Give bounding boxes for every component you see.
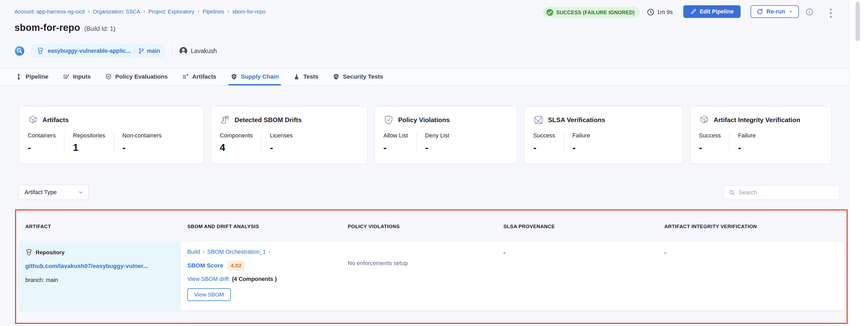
search-icon [729,189,735,196]
artifacts-list-icon [182,73,189,80]
view-sbom-drift-link[interactable]: View SBOM drift [187,276,229,283]
svg-text:</>: </> [39,50,42,52]
tab-artifacts[interactable]: Artifacts [182,68,216,85]
edit-pipeline-button[interactable]: Edit Pipeline [683,5,741,18]
metric-components: Components 4 [220,132,261,153]
policy-violations-cell: No enforcements setup [341,241,497,311]
sbom-path-orchestration-link[interactable]: SBOM Orchestration_1 [207,249,266,255]
artifact-repo-link[interactable]: github.com/lavakush07/easybuggy-vulner..… [25,263,175,269]
rerun-label: Re-run [767,8,785,15]
drift-components-count: (4 Components ) [232,276,277,283]
artifacts-table-header: ARTIFACT SBOM AND DRIFT ANALYSIS POLICY … [19,224,844,229]
col-artifact-integrity: ARTIFACT INTEGRITY VERIFICATION [658,224,844,229]
execution-tabbar: Pipeline Inputs Policy Evaluations Artif… [0,68,849,86]
scrollbar-track[interactable] [849,0,868,326]
sbom-score-link[interactable]: SBOM Score [187,262,223,269]
metric-licenses: Licenses - [261,132,301,153]
breadcrumb-project[interactable]: Project: Exploratory [148,9,194,15]
search-box [724,185,840,200]
artifact-type-label: Repository [36,249,65,256]
tab-label: Inputs [73,73,91,80]
sbom-pipeline-path: Build › SBOM Orchestration_1 › [187,249,335,255]
metric-deny-list: Deny List - [416,132,458,153]
search-input[interactable] [739,189,835,196]
cube-icon [699,115,709,125]
breadcrumb-pipeline-name[interactable]: sbom-for-repo [232,9,266,15]
info-icon[interactable] [805,8,813,16]
metric-integrity-failure: Failure - [729,132,764,153]
tab-tests[interactable]: Tests [293,68,318,85]
chevron-right-icon: › [203,249,205,255]
slsa-provenance-cell: - [497,241,658,311]
svg-text:</>: </> [27,251,30,254]
chevron-down-icon [78,189,84,195]
supply-chain-shield-icon [230,73,238,80]
card-artifacts: Artifacts Containers - Repositories 1 No… [19,106,204,164]
metric-repositories: Repositories 1 [64,132,114,153]
metric-non-containers: Non-containers - [114,132,170,153]
tab-label: Security Tests [343,73,383,80]
clock-icon [647,8,654,16]
metric-integrity-success: Success - [699,132,729,153]
card-policy-violations: Policy Violations Allow List - Deny List… [375,106,517,164]
tab-pipeline[interactable]: Pipeline [15,68,48,85]
col-slsa-provenance: SLSA PROVENANCE [497,224,658,229]
rerun-button[interactable]: Re-run [751,5,799,18]
execution-meta-row: </> easybuggy-vulnerable-applic... main … [14,44,217,58]
kebab-menu-icon[interactable] [829,7,833,20]
success-check-icon [546,9,554,16]
tab-policy-evaluations[interactable]: Policy Evaluations [105,68,168,85]
repo-name: easybuggy-vulnerable-applic... [48,48,131,54]
breadcrumb-account[interactable]: Account: app-harness-ng-cicd [14,9,85,15]
metric-slsa-failure: Failure - [563,132,598,153]
title-row: sbom-for-repo (Build Id: 1) [14,22,115,33]
breadcrumb-pipelines[interactable]: Pipelines [203,9,224,15]
scrollbar-thumb[interactable] [856,2,860,41]
tab-label: Artifacts [192,73,216,80]
sbom-path-build-link[interactable]: Build [187,249,200,255]
card-title: SLSA Verifications [548,116,605,124]
card-title: Artifacts [42,116,69,124]
status-badge-label: SUCCESS (FAILURE IGNORED) [556,9,635,15]
sbom-scroll-icon [220,115,230,125]
branch-name: main [147,48,160,54]
edit-pipeline-label: Edit Pipeline [700,8,734,15]
view-sbom-button[interactable]: View SBOM [187,288,231,301]
tab-supply-chain[interactable]: Supply Chain [230,68,279,85]
tab-label: Tests [303,73,318,80]
card-title: Detected SBOM Drifts [235,116,302,124]
metric-allow-list: Allow List - [383,132,416,153]
chevron-right-icon: › [88,8,90,15]
col-policy-violations: POLICY VIOLATIONS [341,224,497,229]
breadcrumb-organization[interactable]: Organization: SSCA [93,9,140,15]
card-title: Policy Violations [398,116,450,124]
refresh-icon [756,8,763,15]
tab-inputs[interactable]: Inputs [63,68,91,85]
col-sbom-drift: SBOM AND DRIFT ANALYSIS [181,224,341,229]
build-id-label: (Build Id: 1) [85,25,116,32]
branch-selector[interactable]: main [138,48,160,54]
breadcrumb: Account: app-harness-ng-cicd › Organizat… [14,8,266,15]
artifact-branch: branch: main [25,277,175,284]
tab-label: Supply Chain [241,73,279,80]
triggered-by-user: Lavakush [179,47,217,55]
chevron-right-icon: › [197,8,199,15]
card-slsa-verifications: SLSA Verifications Success - Failure - [525,106,683,164]
artifact-table-row: </> Repository github.com/lavakush07/eas… [19,241,844,311]
tab-label: Pipeline [26,73,48,80]
chevron-right-icon: › [143,8,145,15]
inputs-icon [63,73,69,80]
flask-icon [293,73,300,80]
page-title: sbom-for-repo [14,22,80,33]
artifact-type-dropdown[interactable]: Artifact Type [19,185,89,200]
avatar [179,47,188,55]
summary-cards: Artifacts Containers - Repositories 1 No… [19,106,832,164]
security-shield-icon [333,73,340,80]
git-branch-icon [138,48,145,54]
sbom-drift-cell: Build › SBOM Orchestration_1 › SBOM Scor… [181,241,341,311]
tab-security-tests[interactable]: Security Tests [333,68,383,85]
chevron-right-icon: › [227,8,229,15]
repo-pill[interactable]: </> easybuggy-vulnerable-applic... main [31,44,165,58]
status-badge: SUCCESS (FAILURE IGNORED) [543,7,640,18]
metric-slsa-success: Success - [533,132,563,153]
